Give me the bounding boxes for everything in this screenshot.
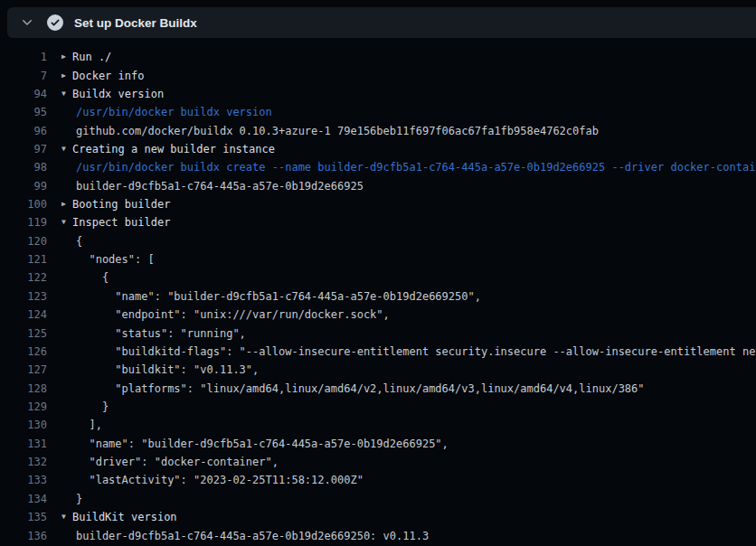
output-text: builder-d9cfb5a1-c764-445a-a57e-0b19d2e6…: [76, 180, 364, 193]
log-group-row[interactable]: 94▼Buildx version: [0, 85, 756, 103]
log-line-body: github.com/docker/buildx 0.10.3+azure-1 …: [47, 125, 599, 137]
log-line-row: 126 "buildkitd-flags": "--allow-insecure…: [0, 343, 756, 361]
log-viewer: 1▶Run ./7▶Docker info94▼Buildx version95…: [0, 48, 756, 546]
line-number-link[interactable]: 132: [0, 456, 47, 468]
log-line-row: 124 "endpoint": "unix:///var/run/docker.…: [0, 306, 756, 324]
log-group-row[interactable]: 97▼Creating a new builder instance: [0, 140, 756, 158]
triangle-right-icon[interactable]: ▶: [61, 53, 72, 61]
group-title: Creating a new builder instance: [72, 143, 275, 155]
log-line-row: 127 "buildkit": "v0.11.3",: [0, 361, 756, 379]
line-number-link[interactable]: 7: [0, 70, 47, 82]
line-number-link[interactable]: 120: [0, 235, 47, 248]
line-number-link[interactable]: 136: [0, 530, 47, 542]
line-number-link[interactable]: 125: [0, 327, 47, 340]
log-line-body: ▶Booting builder: [47, 198, 170, 211]
output-text: "name": "builder-d9cfb5a1-c764-445a-a57e…: [76, 438, 449, 450]
log-line-body: "name": "builder-d9cfb5a1-c764-445a-a57e…: [47, 438, 449, 450]
group-title: Booting builder: [72, 198, 170, 211]
log-line-body: ▼BuildKit version: [47, 511, 177, 523]
triangle-down-icon[interactable]: ▼: [61, 219, 72, 226]
log-line-row: 132 "driver": "docker-container",: [0, 453, 756, 471]
log-line-body: ▶Docker info: [47, 70, 144, 82]
log-line-body: "name": "builder-d9cfb5a1-c764-445a-a57e…: [47, 290, 481, 303]
line-number-link[interactable]: 99: [0, 180, 47, 193]
log-line-row: 136builder-d9cfb5a1-c764-445a-a57e-0b19d…: [0, 526, 756, 544]
group-title: Docker info: [72, 70, 144, 82]
line-number-link[interactable]: 130: [0, 419, 47, 431]
log-group-row[interactable]: 119▼Inspect builder: [0, 213, 756, 231]
log-line-body: "platforms": "linux/amd64,linux/amd64/v2…: [47, 382, 645, 395]
command-text: /usr/bin/docker buildx version: [76, 106, 272, 118]
triangle-down-icon[interactable]: ▼: [61, 90, 72, 98]
line-number-link[interactable]: 96: [0, 125, 47, 137]
log-line-body: ],: [47, 419, 102, 431]
line-number-link[interactable]: 126: [0, 345, 47, 358]
output-text: "nodes": [: [76, 253, 155, 266]
log-line-body: "endpoint": "unix:///var/run/docker.sock…: [47, 308, 390, 321]
output-text: {: [76, 235, 82, 248]
log-line-body: {: [47, 235, 82, 248]
line-number-link[interactable]: 133: [0, 474, 47, 486]
triangle-down-icon[interactable]: ▼: [61, 513, 72, 521]
output-text: "lastActivity": "2023-02-25T11:58:12.000…: [76, 474, 364, 486]
log-line-body: builder-d9cfb5a1-c764-445a-a57e-0b19d2e6…: [47, 180, 364, 193]
log-line-body: ▼Buildx version: [47, 88, 164, 100]
output-text: "status": "running",: [76, 327, 246, 340]
line-number-link[interactable]: 128: [0, 382, 47, 395]
log-line-row: 95/usr/bin/docker buildx version: [0, 103, 756, 121]
log-line-body: "nodes": [: [47, 253, 155, 266]
log-line-body: /usr/bin/docker buildx version: [47, 106, 272, 118]
log-line-row: 123 "name": "builder-d9cfb5a1-c764-445a-…: [0, 287, 756, 306]
log-group-row[interactable]: 7▶Docker info: [0, 66, 756, 84]
log-line-body: "status": "running",: [47, 327, 246, 340]
line-number-link[interactable]: 119: [0, 216, 47, 229]
log-line-row: 133 "lastActivity": "2023-02-25T11:58:12…: [0, 471, 756, 489]
step-header[interactable]: Set up Docker Buildx: [7, 7, 756, 38]
log-line-body: {: [47, 271, 109, 284]
log-line-row: 122 {: [0, 268, 756, 287]
log-line-body: /usr/bin/docker buildx create --name bui…: [47, 161, 756, 174]
line-number-link[interactable]: 124: [0, 308, 47, 321]
output-text: }: [76, 400, 109, 413]
triangle-right-icon[interactable]: ▶: [61, 201, 72, 208]
log-line-body: }: [47, 493, 82, 505]
step-title: Set up Docker Buildx: [74, 16, 197, 30]
log-line-body: ▼Inspect builder: [47, 216, 170, 229]
line-number-link[interactable]: 100: [0, 198, 47, 211]
line-number-link[interactable]: 95: [0, 106, 47, 118]
log-group-row[interactable]: 1▶Run ./: [0, 48, 756, 66]
log-line-body: ▼Creating a new builder instance: [47, 143, 275, 155]
line-number-link[interactable]: 1: [0, 51, 47, 63]
triangle-right-icon[interactable]: ▶: [61, 72, 72, 80]
line-number-link[interactable]: 134: [0, 493, 47, 505]
log-line-row: 130 ],: [0, 416, 756, 434]
log-line-row: 125 "status": "running",: [0, 324, 756, 342]
line-number-link[interactable]: 97: [0, 143, 47, 155]
output-text: ],: [76, 419, 102, 431]
check-circle-icon: [47, 14, 63, 31]
log-line-body: ▶Run ./: [47, 51, 111, 63]
log-line-body: }: [47, 400, 109, 413]
log-line-row: 134}: [0, 490, 756, 508]
output-text: "buildkitd-flags": "--allow-insecure-ent…: [76, 345, 756, 358]
log-group-row[interactable]: 100▶Booting builder: [0, 195, 756, 213]
chevron-down-icon[interactable]: [20, 15, 34, 30]
line-number-link[interactable]: 94: [0, 88, 47, 100]
triangle-down-icon[interactable]: ▼: [61, 146, 72, 153]
output-text: }: [76, 493, 82, 505]
line-number-link[interactable]: 131: [0, 438, 47, 450]
line-number-link[interactable]: 127: [0, 363, 47, 376]
group-title: Inspect builder: [72, 216, 170, 229]
group-title: Run ./: [72, 51, 111, 63]
line-number-link[interactable]: 98: [0, 161, 47, 174]
line-number-link[interactable]: 129: [0, 400, 47, 413]
log-line-row: 121 "nodes": [: [0, 250, 756, 268]
log-line-row: 99builder-d9cfb5a1-c764-445a-a57e-0b19d2…: [0, 177, 756, 195]
line-number-link[interactable]: 122: [0, 271, 47, 284]
log-line-body: builder-d9cfb5a1-c764-445a-a57e-0b19d2e6…: [47, 530, 429, 542]
line-number-link[interactable]: 121: [0, 253, 47, 266]
log-group-row[interactable]: 135▼BuildKit version: [0, 508, 756, 526]
line-number-link[interactable]: 123: [0, 290, 47, 303]
group-title: Buildx version: [72, 88, 164, 100]
line-number-link[interactable]: 135: [0, 511, 47, 523]
